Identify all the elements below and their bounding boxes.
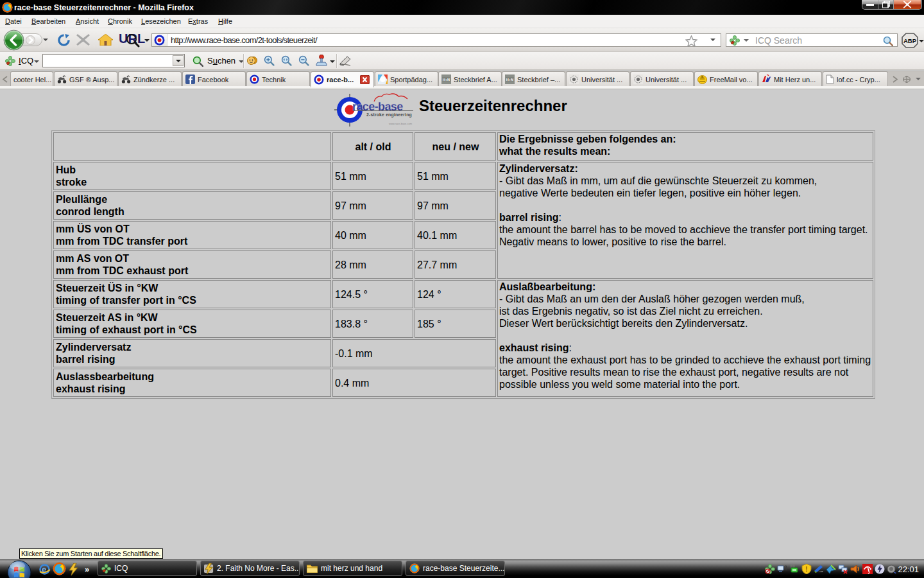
- svg-text:((i)): ((i)): [790, 564, 795, 568]
- svg-text:www.race-base.com: www.race-base.com: [389, 122, 413, 125]
- svg-text:H+N: H+N: [443, 78, 450, 82]
- svg-text:!: !: [805, 566, 807, 573]
- svg-text:H+N: H+N: [506, 78, 513, 82]
- svg-text:e: e: [42, 565, 46, 574]
- svg-text:ABP: ABP: [903, 37, 917, 44]
- svg-text:2-stroke engineering: 2-stroke engineering: [366, 112, 412, 118]
